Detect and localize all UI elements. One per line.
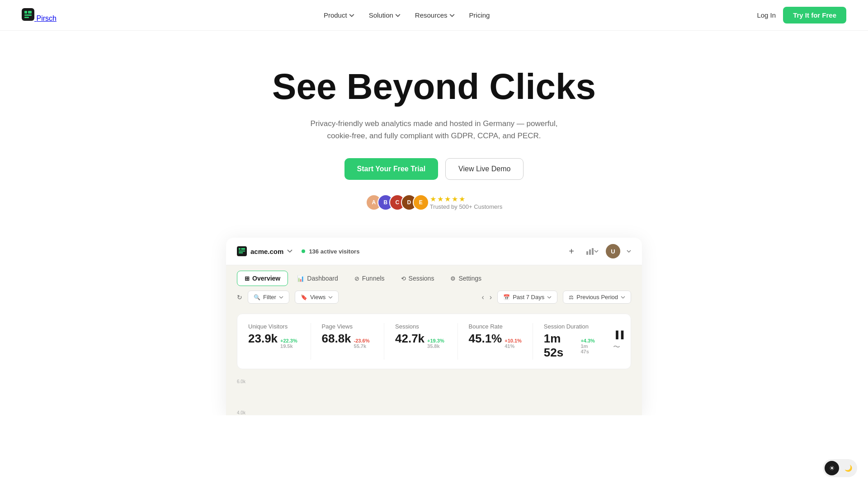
svg-rect-10 bbox=[586, 251, 588, 255]
stat-session-duration: Session Duration 1m 52s +4.3% 1m 47s bbox=[533, 323, 606, 360]
chevron-down-icon bbox=[287, 249, 292, 253]
svg-rect-7 bbox=[241, 248, 245, 250]
nav-logo[interactable]: Pirsch bbox=[22, 8, 57, 23]
try-free-button[interactable]: Try It for Free bbox=[783, 7, 846, 23]
stat-value-bounce: 45.1% +10.1% 41% bbox=[469, 332, 522, 349]
hero-section: See Beyond Clicks Privacy-friendly web a… bbox=[0, 31, 868, 238]
stat-page-views: Page Views 68.8k -23.6% 55.7k bbox=[311, 323, 385, 360]
y-label-top: 6.0k bbox=[237, 379, 245, 384]
hero-subtitle: Privacy-friendly web analytics made and … bbox=[307, 117, 561, 142]
views-button[interactable]: 🔖 Views bbox=[295, 291, 339, 304]
stat-change-duration: +4.3% 1m 47s bbox=[580, 338, 595, 354]
avatar-5: E bbox=[413, 194, 429, 211]
bar-chart-icon bbox=[586, 247, 594, 255]
dashboard-topbar: acme.com 136 active visitors + U bbox=[226, 238, 642, 265]
stat-bounce-rate: Bounce Rate 45.1% +10.1% 41% bbox=[458, 323, 533, 360]
nav-pricing[interactable]: Pricing bbox=[469, 11, 490, 19]
chart-bars bbox=[249, 379, 631, 415]
tab-overview[interactable]: ⊞ Overview bbox=[237, 271, 288, 286]
active-visitors-label: 136 active visitors bbox=[309, 248, 359, 255]
trust-label: Trusted by 500+ Customers bbox=[430, 203, 502, 210]
tab-settings[interactable]: ⚙ Settings bbox=[443, 271, 489, 286]
svg-rect-2 bbox=[28, 11, 32, 14]
tab-dashboard[interactable]: 📊 Dashboard bbox=[290, 271, 345, 286]
dashboard-icon: 📊 bbox=[297, 275, 304, 282]
social-text: ★★★★★ Trusted by 500+ Customers bbox=[430, 195, 502, 210]
funnels-icon: ⊘ bbox=[354, 275, 359, 282]
social-proof: A B C D E ★★★★★ Trusted by 500+ Customer… bbox=[366, 194, 502, 211]
stat-change-sessions: +19.3% 35.8k bbox=[427, 338, 444, 349]
filter-button[interactable]: 🔍 Filter bbox=[248, 291, 289, 304]
active-dot bbox=[302, 249, 305, 253]
svg-rect-12 bbox=[592, 248, 594, 255]
dashboard-toolbar: ↻ 🔍 Filter 🔖 Views ‹ › 📅 Past 7 Days ⚖ bbox=[226, 286, 642, 308]
svg-rect-8 bbox=[239, 251, 245, 252]
pirsch-logo-small bbox=[237, 246, 247, 256]
stats-row: Unique Visitors 23.9k +22.3% 19.5k Page … bbox=[237, 314, 631, 369]
overview-icon: ⊞ bbox=[245, 275, 250, 282]
stat-label-bounce: Bounce Rate bbox=[469, 323, 522, 330]
filter-chevron-icon bbox=[279, 296, 283, 299]
login-button[interactable]: Log In bbox=[757, 11, 776, 19]
search-icon: 🔍 bbox=[254, 294, 260, 300]
svg-rect-1 bbox=[24, 11, 27, 14]
user-avatar[interactable]: U bbox=[606, 244, 620, 258]
next-period-nav[interactable]: › bbox=[490, 293, 492, 301]
toolbar-left: ↻ 🔍 Filter 🔖 Views bbox=[237, 291, 339, 304]
views-chevron-icon bbox=[328, 296, 333, 299]
stat-change-visitors: +22.3% 19.5k bbox=[280, 338, 297, 349]
toolbar-right: ‹ › 📅 Past 7 Days ⚖ Previous Period bbox=[481, 291, 631, 304]
dashboard-preview: acme.com 136 active visitors + U ⊞ Overv… bbox=[226, 238, 642, 415]
settings-icon: ⚙ bbox=[450, 275, 456, 282]
logo-text: Pirsch bbox=[36, 14, 56, 22]
svg-rect-6 bbox=[239, 248, 241, 250]
stat-sessions: Sessions 42.7k +19.3% 35.8k bbox=[384, 323, 458, 360]
start-trial-button[interactable]: Start Your Free Trial bbox=[344, 158, 438, 180]
stat-value-visitors: 23.9k +22.3% 19.5k bbox=[248, 332, 300, 349]
refresh-button[interactable]: ↻ bbox=[237, 294, 242, 301]
site-name: acme.com bbox=[250, 248, 283, 255]
dashboard-tabs: ⊞ Overview 📊 Dashboard ⊘ Funnels ⟲ Sessi… bbox=[226, 265, 642, 286]
compare-chevron-icon bbox=[621, 296, 625, 299]
stat-label-pageviews: Page Views bbox=[322, 323, 373, 330]
svg-rect-11 bbox=[589, 249, 591, 255]
topbar-actions: + U bbox=[564, 244, 631, 258]
tab-sessions[interactable]: ⟲ Sessions bbox=[394, 271, 442, 286]
chevron-down-small-icon bbox=[594, 250, 599, 253]
star-rating: ★★★★★ bbox=[430, 195, 466, 203]
logo-icon bbox=[22, 8, 34, 21]
nav-product[interactable]: Product bbox=[324, 11, 354, 19]
line-chart-toggle[interactable]: 〜 bbox=[613, 343, 623, 352]
stat-value-pageviews: 68.8k -23.6% 55.7k bbox=[322, 332, 373, 349]
svg-rect-9 bbox=[239, 253, 243, 253]
compare-button[interactable]: ⚖ Previous Period bbox=[563, 291, 631, 304]
user-chevron-icon bbox=[627, 250, 631, 253]
chart-type-controls: ▐▐ 〜 bbox=[606, 323, 631, 360]
stat-label-sessions: Sessions bbox=[395, 323, 447, 330]
view-demo-button[interactable]: View Live Demo bbox=[445, 158, 524, 180]
svg-rect-3 bbox=[24, 14, 32, 16]
stat-label-visitors: Unique Visitors bbox=[248, 323, 300, 330]
date-range-button[interactable]: 📅 Past 7 Days bbox=[497, 291, 557, 304]
navbar: Pirsch Product Solution Resources Pricin… bbox=[0, 0, 868, 31]
stat-unique-visitors: Unique Visitors 23.9k +22.3% 19.5k bbox=[237, 323, 311, 360]
add-button[interactable]: + bbox=[564, 244, 579, 258]
hero-buttons: Start Your Free Trial View Live Demo bbox=[344, 158, 524, 180]
nav-links: Product Solution Resources Pricing bbox=[324, 11, 490, 19]
y-label-bottom: 4.0k bbox=[237, 410, 245, 415]
nav-actions: Log In Try It for Free bbox=[757, 7, 846, 23]
customer-avatars: A B C D E bbox=[366, 194, 425, 211]
chart-settings-button[interactable] bbox=[585, 244, 599, 258]
bar-chart-toggle[interactable]: ▐▐ bbox=[613, 331, 623, 339]
period-chevron-icon bbox=[547, 296, 552, 299]
svg-rect-4 bbox=[24, 17, 29, 18]
nav-resources[interactable]: Resources bbox=[415, 11, 455, 19]
stat-value-sessions: 42.7k +19.3% 35.8k bbox=[395, 332, 447, 349]
stat-change-pageviews: -23.6% 55.7k bbox=[354, 338, 370, 349]
site-selector[interactable]: acme.com 136 active visitors bbox=[237, 246, 359, 256]
nav-solution[interactable]: Solution bbox=[369, 11, 401, 19]
prev-period-nav[interactable]: ‹ bbox=[481, 293, 484, 301]
tab-funnels[interactable]: ⊘ Funnels bbox=[347, 271, 392, 286]
stat-change-bounce: +10.1% 41% bbox=[505, 338, 522, 349]
sessions-icon: ⟲ bbox=[401, 275, 406, 282]
